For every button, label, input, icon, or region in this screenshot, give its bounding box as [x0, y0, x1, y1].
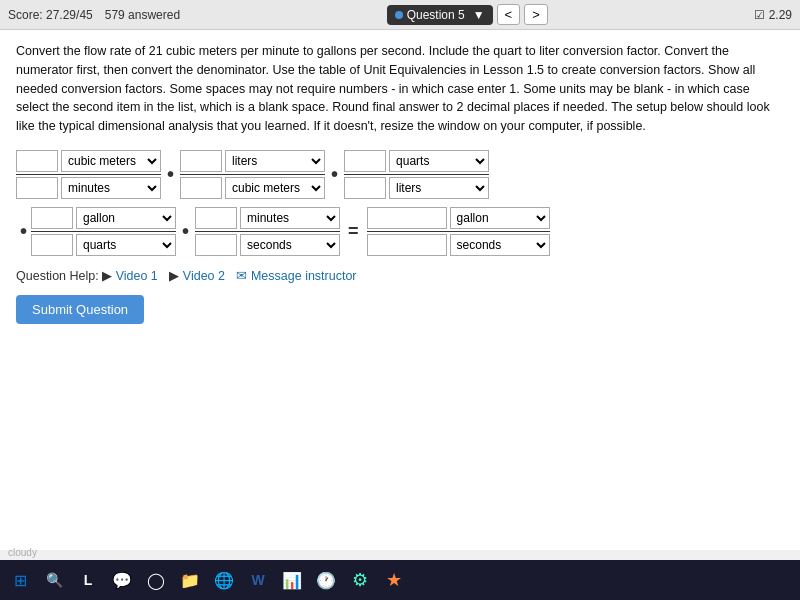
fraction-2-den-input[interactable] — [180, 177, 222, 199]
dot-separator-1: • — [167, 163, 174, 186]
taskbar-extra2-icon[interactable]: ★ — [382, 568, 406, 592]
result-numerator: gallon cubic meters liters quarts gallon… — [367, 207, 550, 232]
fraction-1-denominator: minutes cubic meters liters quarts gallo… — [16, 175, 161, 199]
fraction-3-num-input[interactable] — [344, 150, 386, 172]
result-num-select[interactable]: gallon cubic meters liters quarts gallon… — [450, 207, 550, 229]
folder-icon[interactable]: 📁 — [178, 568, 202, 592]
windows-icon[interactable]: ⊞ — [8, 568, 32, 592]
fraction-1-numerator: cubic meters liters quarts gallons minut… — [16, 150, 161, 175]
dot-separator-2: • — [331, 163, 338, 186]
message-instructor-link[interactable]: ✉ Message instructor — [236, 269, 356, 283]
dropdown-arrow-icon: ▼ — [473, 8, 485, 22]
excel-icon[interactable]: 📊 — [280, 568, 304, 592]
fractions-row2: • gallon cubic meters liters quarts gall… — [16, 207, 784, 256]
fraction-1-num-input[interactable] — [16, 150, 58, 172]
fraction-4-den-input[interactable] — [31, 234, 73, 256]
video2-icon: ▶ — [169, 269, 179, 283]
dot-separator-4: • — [182, 220, 189, 243]
chat-icon[interactable]: 💬 — [110, 568, 134, 592]
fraction-2-num-input[interactable] — [180, 150, 222, 172]
cloud-label: cloudy — [8, 547, 37, 558]
fraction-5-denominator: seconds cubic meters liters quarts gallo… — [195, 232, 340, 256]
fraction-3-numerator: quarts liters cubic meters gallons minut… — [344, 150, 489, 175]
prev-button[interactable]: < — [497, 4, 521, 25]
fraction-2-den-select[interactable]: cubic meters liters quarts gallons minut… — [225, 177, 325, 199]
fraction-4-denominator: quarts cubic meters liters gallons minut… — [31, 232, 176, 256]
clock-icon[interactable]: 🕐 — [314, 568, 338, 592]
submit-button[interactable]: Submit Question — [16, 295, 144, 324]
fractions-row1: cubic meters liters quarts gallons minut… — [16, 150, 784, 199]
question-label: Question 5 — [407, 8, 465, 22]
fraction-5-den-input[interactable] — [195, 234, 237, 256]
fraction-1: cubic meters liters quarts gallons minut… — [16, 150, 161, 199]
fraction-1-den-select[interactable]: minutes cubic meters liters quarts gallo… — [61, 177, 161, 199]
edge-icon[interactable]: 🌐 — [212, 568, 236, 592]
fraction-5-num-input[interactable] — [195, 207, 237, 229]
search-icon[interactable]: 🔍 — [42, 568, 66, 592]
fraction-3-den-select[interactable]: liters cubic meters quarts gallons minut… — [389, 177, 489, 199]
instructions-text: Convert the flow rate of 21 cubic meters… — [16, 42, 784, 136]
fraction-2-numerator: liters cubic meters quarts gallons minut… — [180, 150, 325, 175]
taskbar-L-icon[interactable]: L — [76, 568, 100, 592]
fraction-2: liters cubic meters quarts gallons minut… — [180, 150, 325, 199]
fraction-2-denominator: cubic meters liters quarts gallons minut… — [180, 175, 325, 199]
fraction-5-numerator: minutes cubic meters liters quarts gallo… — [195, 207, 340, 232]
points-display: ☑ 2.29 — [754, 8, 792, 22]
question-dot — [395, 11, 403, 19]
top-bar: Score: 27.29/45 579 answered Question 5 … — [0, 0, 800, 30]
question-nav: Question 5 ▼ < > — [387, 4, 548, 25]
main-content: Convert the flow rate of 21 cubic meters… — [0, 30, 800, 550]
question-dropdown[interactable]: Question 5 ▼ — [387, 5, 493, 25]
fraction-4-num-select[interactable]: gallon cubic meters liters quarts gallon… — [76, 207, 176, 229]
fraction-4-numerator: gallon cubic meters liters quarts gallon… — [31, 207, 176, 232]
video2-link[interactable]: ▶ Video 2 — [169, 269, 228, 283]
fraction-5-num-select[interactable]: minutes cubic meters liters quarts gallo… — [240, 207, 340, 229]
fraction-3-denominator: liters cubic meters quarts gallons minut… — [344, 175, 489, 199]
fraction-1-den-input[interactable] — [16, 177, 58, 199]
answered-text: 579 answered — [105, 8, 180, 22]
help-label: Question Help: — [16, 269, 99, 283]
video1-icon: ▶ — [102, 269, 112, 283]
fraction-2-num-select[interactable]: liters cubic meters quarts gallons minut… — [225, 150, 325, 172]
equals-sign: = — [348, 221, 359, 242]
mail-icon: ✉ — [236, 269, 247, 283]
fraction-4-den-select[interactable]: quarts cubic meters liters gallons minut… — [76, 234, 176, 256]
video1-link[interactable]: ▶ Video 1 — [102, 269, 161, 283]
fraction-3: quarts liters cubic meters gallons minut… — [344, 150, 489, 199]
fraction-5-den-select[interactable]: seconds cubic meters liters quarts gallo… — [240, 234, 340, 256]
circle-icon[interactable]: ◯ — [144, 568, 168, 592]
taskbar: ⊞ 🔍 L 💬 ◯ 📁 🌐 W 📊 🕐 ⚙ ★ — [0, 560, 800, 600]
result-den-input[interactable] — [367, 234, 447, 256]
score-text: Score: 27.29/45 — [8, 8, 93, 22]
word-icon[interactable]: W — [246, 568, 270, 592]
fraction-1-num-select[interactable]: cubic meters liters quarts gallons minut… — [61, 150, 161, 172]
fraction-5: minutes cubic meters liters quarts gallo… — [195, 207, 340, 256]
result-denominator: seconds cubic meters liters quarts gallo… — [367, 232, 550, 256]
result-fraction: gallon cubic meters liters quarts gallon… — [367, 207, 550, 256]
fraction-3-num-select[interactable]: quarts liters cubic meters gallons minut… — [389, 150, 489, 172]
result-num-input[interactable] — [367, 207, 447, 229]
taskbar-extra1-icon[interactable]: ⚙ — [348, 568, 372, 592]
help-section: Question Help: ▶ Video 1 ▶ Video 2 ✉ Mes… — [16, 268, 784, 283]
next-button[interactable]: > — [524, 4, 548, 25]
fraction-4-num-input[interactable] — [31, 207, 73, 229]
fraction-3-den-input[interactable] — [344, 177, 386, 199]
dot-separator-3: • — [20, 220, 27, 243]
fraction-4: gallon cubic meters liters quarts gallon… — [31, 207, 176, 256]
result-den-select[interactable]: seconds cubic meters liters quarts gallo… — [450, 234, 550, 256]
